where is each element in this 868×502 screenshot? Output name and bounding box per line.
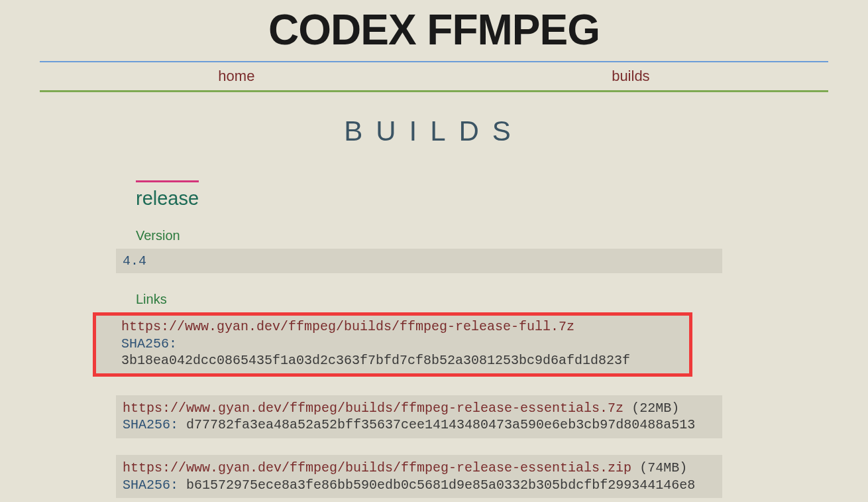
- nav-builds[interactable]: builds: [612, 68, 649, 85]
- link-block: https://www.gyan.dev/ffmpeg/builds/ffmpe…: [116, 455, 722, 498]
- sha-value: 3b18ea042dcc0865435f1a03d2c363f7bfd7cf8b…: [121, 353, 630, 368]
- download-link[interactable]: https://www.gyan.dev/ffmpeg/builds/ffmpe…: [121, 319, 574, 334]
- links-label: Links: [136, 292, 828, 307]
- link-block: https://www.gyan.dev/ffmpeg/builds/ffmpe…: [93, 312, 692, 377]
- main-nav: home builds: [40, 61, 828, 92]
- sha-value: b61572975ece8a3fe86bb590edb0c5681d9e85a0…: [186, 477, 695, 493]
- sha-label: SHA256:: [123, 477, 178, 493]
- download-link[interactable]: https://www.gyan.dev/ffmpeg/builds/ffmpe…: [123, 460, 631, 475]
- download-link[interactable]: https://www.gyan.dev/ffmpeg/builds/ffmpe…: [123, 401, 624, 416]
- links-list: https://www.gyan.dev/ffmpeg/builds/ffmpe…: [116, 312, 828, 502]
- page-heading: BUILDS: [0, 92, 868, 167]
- sha-value: d77782fa3ea48a52a52bff35637cee1414348047…: [186, 417, 695, 432]
- site-title: CODEX FFMPEG: [0, 0, 868, 61]
- file-size: (22MB): [624, 401, 679, 416]
- sha-label: SHA256:: [121, 336, 177, 351]
- version-value: 4.4: [116, 249, 722, 273]
- file-size: (74MB): [631, 460, 687, 475]
- version-label: Version: [136, 228, 828, 243]
- sha-label: SHA256:: [123, 417, 178, 432]
- link-block: https://www.gyan.dev/ffmpeg/builds/ffmpe…: [116, 395, 722, 438]
- content-area: release Version 4.4 Links https://www.gy…: [40, 167, 828, 502]
- nav-home[interactable]: home: [218, 68, 254, 85]
- section-title-release: release: [136, 180, 199, 210]
